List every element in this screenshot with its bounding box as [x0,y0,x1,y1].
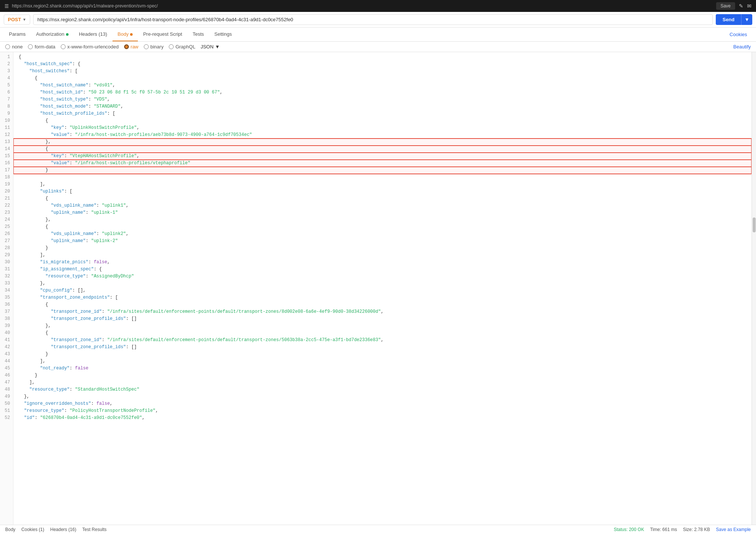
code-line[interactable]: "key": "UplinkHostSwitchProfile", [13,124,752,131]
code-line[interactable]: }, [13,139,752,146]
option-raw[interactable]: raw [124,44,139,50]
code-line[interactable]: "resource_type": "StandardHostSwitchSpec… [13,386,752,393]
edit-icon[interactable]: ✎ [739,3,743,9]
scrollbar-thumb[interactable] [753,217,756,232]
code-line[interactable]: "uplink_name": "uplink-1" [13,209,752,216]
code-content[interactable]: { "host_switch_spec": { "host_switches":… [13,52,752,525]
option-graphql[interactable]: GraphQL [169,44,195,50]
body-options-bar: none form-data x-www-form-urlencoded raw… [0,42,756,52]
code-line[interactable]: "uplinks": [ [13,188,752,195]
code-line[interactable]: "host_switch_id": "50 23 06 8d f1 5c f0 … [13,89,752,96]
code-line[interactable]: "transport_zone_id": "/infra/sites/defau… [13,308,752,315]
code-line[interactable]: "host_switch_type": "VDS", [13,96,752,103]
code-line[interactable]: "uplink_name": "uplink-2" [13,238,752,245]
code-line[interactable]: ], [13,358,752,365]
code-line[interactable]: "cpu_config": [], [13,287,752,294]
option-urlencoded[interactable]: x-www-form-urlencoded [61,44,119,50]
cookies-link[interactable]: Cookies [724,28,752,41]
code-line[interactable]: "host_switch_name": "vds01", [13,82,752,89]
code-line[interactable]: "not_ready": false [13,365,752,372]
scrollbar[interactable] [752,52,756,525]
code-line[interactable]: "ip_assignment_spec": { [13,266,752,273]
code-line[interactable]: { [13,223,752,231]
status-body-tab[interactable]: Body [5,527,15,532]
code-line[interactable]: "host_switch_profile_ids": [ [13,110,752,117]
line-number: 24 [0,216,13,223]
format-label: JSON [200,44,213,50]
tab-settings[interactable]: Settings [209,28,237,41]
code-line[interactable]: "host_switch_spec": { [13,61,752,68]
code-line[interactable]: } [13,351,752,358]
code-line[interactable]: { [13,301,752,308]
line-number: 45 [0,365,13,372]
line-number: 35 [0,294,13,301]
line-number: 11 [0,124,13,131]
code-line[interactable]: } [13,372,752,379]
code-line[interactable]: ], [13,252,752,259]
send-arrow-icon[interactable]: ▼ [741,14,752,25]
code-line[interactable]: "key": "VtepHAHostSwitchProfile", [13,153,752,160]
save-top-label[interactable]: Save [716,2,735,10]
code-line[interactable]: ], [13,181,752,188]
code-line[interactable]: "vds_uplink_name": "uplink1", [13,202,752,209]
code-line[interactable]: { [13,330,752,337]
code-line[interactable]: "transport_zone_profile_ids": [] [13,344,752,351]
code-line[interactable]: "vds_uplink_name": "uplink2", [13,231,752,238]
option-form-data[interactable]: form-data [28,44,56,50]
code-line[interactable]: }, [13,216,752,223]
option-binary[interactable]: binary [144,44,164,50]
code-line[interactable]: { [13,195,752,202]
code-line[interactable]: { [13,54,752,61]
code-line[interactable]: "transport_zone_endpoints": [ [13,294,752,301]
tab-headers[interactable]: Headers (13) [74,28,113,41]
tab-pre-request[interactable]: Pre-request Script [138,28,187,41]
code-line[interactable]: { [13,117,752,124]
status-test-results-tab[interactable]: Test Results [82,527,107,532]
code-line[interactable]: } [13,167,752,174]
code-line[interactable]: { [13,75,752,82]
code-line[interactable]: }, [13,322,752,330]
code-line[interactable]: "ignore_overridden_hosts": false, [13,400,752,407]
code-line[interactable]: "host_switch_mode": "STANDARD", [13,103,752,110]
line-number: 36 [0,301,13,308]
code-line[interactable]: }, [13,280,752,287]
code-line[interactable]: "is_migrate_pnics": false, [13,259,752,266]
code-line[interactable]: ], [13,379,752,386]
code-line[interactable]: "resource_type": "PolicyHostTransportNod… [13,407,752,414]
line-number: 4 [0,75,13,82]
line-number: 18 [0,174,13,181]
tab-params[interactable]: Params [4,28,31,41]
option-none[interactable]: none [5,44,23,50]
code-line[interactable]: "resource_type": "AssignedByDhcp" [13,273,752,280]
code-line[interactable]: "host_switches": [ [13,68,752,75]
code-line[interactable]: { [13,146,752,153]
method-dropdown[interactable]: POST ▼ [4,15,30,25]
code-line[interactable]: } [13,245,752,252]
line-number: 42 [0,344,13,351]
line-number: 23 [0,209,13,216]
url-input[interactable] [33,14,713,25]
format-dropdown[interactable]: JSON ▼ [200,44,220,50]
line-number: 52 [0,414,13,422]
code-line[interactable]: "id": "626870b4-0ad4-4c31-a9d1-dc0ce7552… [13,414,752,422]
code-line[interactable]: "transport_zone_profile_ids": [] [13,315,752,322]
code-line[interactable]: "value": "/infra/host-switch-profiles/ae… [13,131,752,139]
message-icon[interactable]: ✉ [747,3,752,9]
tab-authorization[interactable]: Authorization [31,28,74,41]
tab-tests[interactable]: Tests [187,28,209,41]
send-button[interactable]: Send ▼ [716,14,752,25]
status-headers-tab[interactable]: Headers (16) [50,527,76,532]
code-line[interactable] [13,174,752,181]
code-line[interactable]: "value": "/infra/host-switch-profiles/vt… [13,160,752,167]
line-number: 14 [0,146,13,153]
beautify-button[interactable]: Beautify [733,44,751,50]
tab-body[interactable]: Body [113,28,138,41]
line-number: 10 [0,117,13,124]
line-number: 32 [0,273,13,280]
tab-row-left: Params Authorization Headers (13) Body P… [4,28,237,41]
save-example-button[interactable]: Save as Example [716,527,751,532]
status-cookies-tab[interactable]: Cookies (1) [21,527,44,532]
code-line[interactable]: }, [13,393,752,400]
code-line[interactable]: "transport_zone_id": "/infra/sites/defau… [13,337,752,344]
line-number: 48 [0,386,13,393]
